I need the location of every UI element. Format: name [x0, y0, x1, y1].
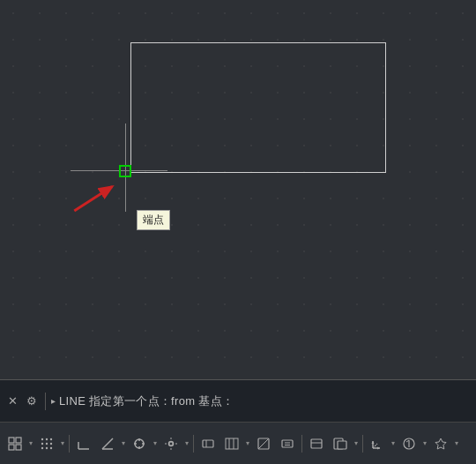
- toolbar-workspace-button[interactable]: [429, 432, 452, 455]
- ucs-dropdown[interactable]: ▾: [390, 432, 397, 455]
- annotation-dropdown[interactable]: ▾: [421, 432, 428, 455]
- svg-point-26: [169, 441, 174, 445]
- cad-canvas[interactable]: 端点: [0, 0, 476, 379]
- cad-rectangle: [130, 42, 386, 173]
- cmd-separator: [45, 393, 46, 410]
- toolbar-grid-button[interactable]: [4, 432, 26, 455]
- svg-rect-37: [311, 439, 322, 448]
- svg-rect-34: [282, 440, 293, 447]
- svg-rect-5: [16, 445, 21, 450]
- svg-point-14: [50, 446, 52, 448]
- svg-rect-4: [9, 445, 14, 450]
- svg-line-17: [102, 438, 113, 449]
- red-arrow-icon: [71, 180, 123, 215]
- svg-marker-49: [435, 438, 446, 449]
- toolbar-otrack-button[interactable]: [160, 432, 182, 455]
- svg-point-11: [50, 442, 52, 444]
- command-text: LINE 指定第一个点：from 基点：: [59, 393, 471, 409]
- svg-point-9: [41, 442, 43, 444]
- grid-dropdown[interactable]: ▾: [27, 432, 34, 455]
- tb-sep-4: [362, 435, 363, 453]
- toolbar-model-button[interactable]: [305, 432, 328, 455]
- status-toolbar: ▾ ▾ ▾: [0, 422, 476, 464]
- snap-tooltip: 端点: [137, 210, 170, 230]
- toolbar-snap-button[interactable]: [35, 432, 58, 455]
- toolbar-lineweight-button[interactable]: [220, 432, 243, 455]
- tb-sep-3: [301, 435, 302, 453]
- toolbar-qprops-button[interactable]: [276, 432, 299, 455]
- toolbar-annotation-button[interactable]: [398, 432, 420, 455]
- svg-rect-29: [226, 438, 238, 449]
- otrack-dropdown[interactable]: ▾: [183, 432, 190, 455]
- svg-point-6: [41, 438, 43, 439]
- svg-point-13: [46, 446, 48, 448]
- svg-line-1: [74, 187, 112, 211]
- svg-marker-45: [377, 446, 380, 449]
- svg-rect-3: [16, 438, 21, 443]
- workspace-dropdown[interactable]: ▾: [453, 432, 460, 455]
- osnap-dropdown[interactable]: ▾: [152, 432, 159, 455]
- svg-marker-44: [372, 441, 375, 444]
- svg-rect-27: [203, 440, 213, 447]
- settings-icon[interactable]: ⚙: [24, 393, 40, 409]
- svg-point-8: [50, 438, 52, 439]
- toolbar-ortho-button[interactable]: [72, 432, 95, 455]
- polar-dropdown[interactable]: ▾: [120, 432, 127, 455]
- lineweight-dropdown[interactable]: ▾: [244, 432, 251, 455]
- close-icon[interactable]: ✕: [5, 393, 20, 409]
- svg-rect-2: [9, 438, 14, 443]
- svg-rect-40: [338, 441, 346, 449]
- svg-point-12: [41, 446, 43, 448]
- toolbar-polar-button[interactable]: [96, 432, 119, 455]
- toolbar-dynmode-button[interactable]: [197, 432, 219, 455]
- tb-sep-2: [193, 435, 194, 453]
- tb-sep-1: [69, 435, 70, 453]
- toolbar-transparency-button[interactable]: [252, 432, 275, 455]
- cmd-arrow-icon[interactable]: ▸: [51, 396, 56, 406]
- snap-point-marker: [119, 165, 131, 177]
- layout-dropdown[interactable]: ▾: [353, 432, 360, 455]
- svg-point-10: [46, 442, 48, 444]
- svg-point-7: [46, 438, 48, 439]
- toolbar-ucs-button[interactable]: [366, 432, 389, 455]
- toolbar-osnap-button[interactable]: [128, 432, 151, 455]
- toolbar-layout-button[interactable]: [329, 432, 352, 455]
- command-line-area: ✕ ⚙ ▸ LINE 指定第一个点：from 基点：: [0, 379, 476, 422]
- svg-line-33: [258, 438, 269, 449]
- snap-dropdown[interactable]: ▾: [59, 432, 66, 455]
